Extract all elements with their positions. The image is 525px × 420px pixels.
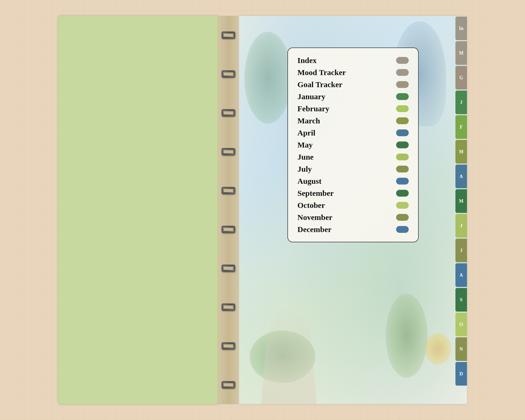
- color-dot-index: [396, 57, 409, 64]
- color-dot-september: [396, 190, 409, 197]
- right-page: InMGJFMAMJJASOND IndexMood TrackerGoal T…: [239, 16, 467, 404]
- index-label-january: January: [297, 92, 326, 101]
- left-page: [58, 16, 218, 404]
- binding-ring-6: [222, 226, 235, 233]
- index-label-goal-tracker: Goal Tracker: [297, 80, 342, 89]
- side-tab-f-4[interactable]: F: [455, 115, 467, 139]
- index-panel: IndexMood TrackerGoal TrackerJanuaryFebr…: [287, 48, 419, 242]
- color-dot-march: [396, 117, 409, 124]
- index-label-november: November: [297, 213, 332, 222]
- index-row-goal-tracker[interactable]: Goal Tracker: [297, 78, 409, 91]
- garden-path: [260, 307, 318, 404]
- index-label-mood-tracker: Mood Tracker: [297, 68, 346, 77]
- index-label-march: March: [297, 116, 320, 125]
- index-row-april[interactable]: April: [297, 127, 409, 139]
- side-tab-j-9[interactable]: J: [455, 239, 467, 262]
- index-row-index[interactable]: Index: [297, 54, 409, 66]
- index-row-june[interactable]: June: [297, 151, 409, 163]
- notebook: InMGJFMAMJJASOND IndexMood TrackerGoal T…: [58, 16, 467, 404]
- index-label-index: Index: [297, 56, 317, 65]
- index-label-july: July: [297, 165, 312, 174]
- side-tab-o-12[interactable]: O: [455, 313, 467, 336]
- side-tab-in-0[interactable]: In: [455, 17, 467, 40]
- index-row-july[interactable]: July: [297, 163, 409, 175]
- binding-ring-8: [222, 303, 235, 311]
- side-tab-j-3[interactable]: J: [455, 91, 467, 114]
- side-tab-n-13[interactable]: N: [455, 337, 467, 361]
- tree-3: [386, 294, 428, 378]
- binding-ring-10: [222, 381, 235, 388]
- side-tab-d-14[interactable]: D: [455, 362, 467, 386]
- color-dot-november: [396, 214, 409, 221]
- binding-ring-1: [222, 32, 235, 39]
- binding-ring-4: [222, 148, 235, 155]
- color-dot-july: [396, 166, 409, 172]
- side-tab-m-1[interactable]: M: [455, 41, 467, 65]
- flowers: [425, 333, 451, 365]
- index-row-february[interactable]: February: [297, 103, 409, 115]
- color-dot-april: [396, 129, 409, 136]
- index-row-march[interactable]: March: [297, 115, 409, 127]
- side-tab-a-10[interactable]: A: [455, 263, 467, 287]
- index-row-august[interactable]: August: [297, 175, 409, 187]
- color-dot-february: [396, 105, 409, 112]
- index-label-december: December: [297, 225, 332, 234]
- index-label-august: August: [297, 177, 322, 186]
- index-row-october[interactable]: October: [297, 199, 409, 211]
- side-tab-g-2[interactable]: G: [455, 66, 467, 90]
- color-dot-january: [396, 93, 409, 100]
- side-tab-m-5[interactable]: M: [455, 140, 467, 164]
- side-tab-a-6[interactable]: A: [455, 165, 467, 188]
- side-tab-m-7[interactable]: M: [455, 189, 467, 213]
- color-dot-december: [396, 226, 409, 233]
- index-row-mood-tracker[interactable]: Mood Tracker: [297, 66, 409, 78]
- color-dot-october: [396, 202, 409, 209]
- index-label-october: October: [297, 201, 325, 210]
- index-label-june: June: [297, 153, 314, 161]
- color-dot-mood-tracker: [396, 69, 409, 76]
- spine: [218, 16, 239, 404]
- tree-2: [244, 32, 292, 124]
- index-row-november[interactable]: November: [297, 211, 409, 223]
- index-label-february: February: [297, 104, 329, 113]
- color-dot-goal-tracker: [396, 81, 409, 88]
- index-label-april: April: [297, 128, 315, 137]
- color-dot-june: [396, 154, 409, 160]
- binding-ring-3: [222, 109, 235, 117]
- index-row-september[interactable]: September: [297, 187, 409, 199]
- binding-ring-2: [222, 70, 235, 78]
- color-dot-august: [396, 178, 409, 185]
- index-row-december[interactable]: December: [297, 223, 409, 235]
- color-dot-may: [396, 141, 409, 148]
- index-row-may[interactable]: May: [297, 139, 409, 151]
- side-tab-s-11[interactable]: S: [455, 288, 467, 312]
- side-tab-j-8[interactable]: J: [455, 214, 467, 238]
- index-row-january[interactable]: January: [297, 91, 409, 103]
- index-label-may: May: [297, 140, 313, 149]
- binding-ring-7: [222, 265, 235, 272]
- binding-ring-5: [222, 187, 235, 194]
- index-label-september: September: [297, 189, 334, 198]
- binding-ring-9: [222, 342, 235, 350]
- side-tabs: InMGJFMAMJJASOND: [455, 16, 467, 404]
